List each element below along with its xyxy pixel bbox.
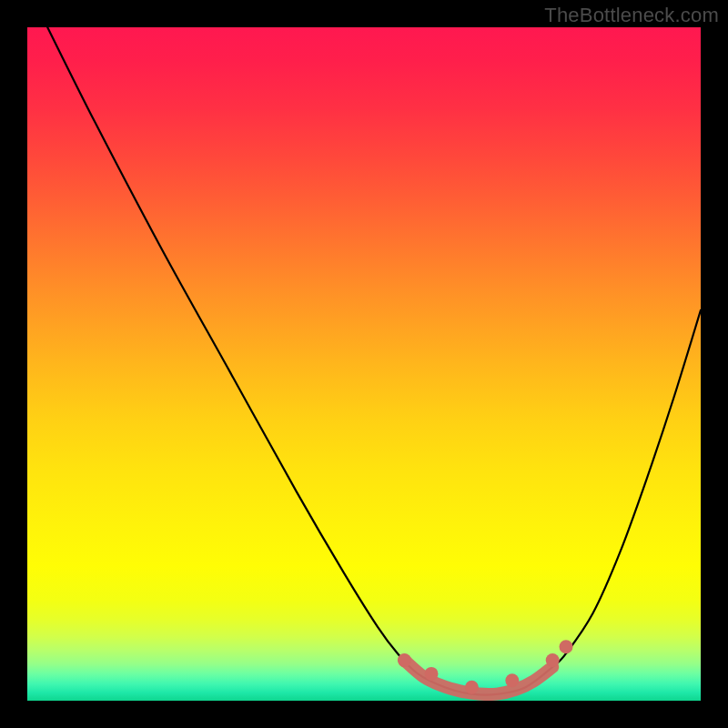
flat-region-left-end <box>398 653 411 667</box>
bottleneck-curve <box>47 27 701 695</box>
curve-layer <box>27 27 701 701</box>
chart-frame: TheBottleneck.com <box>0 0 728 728</box>
watermark-text: TheBottleneck.com <box>544 4 719 27</box>
flat-region-point <box>425 667 439 681</box>
plot-area <box>27 27 701 701</box>
flat-region-point2 <box>505 673 519 687</box>
flat-region-right-end <box>546 653 560 667</box>
right-knee-marker <box>560 640 573 653</box>
flat-region-min <box>465 681 479 694</box>
